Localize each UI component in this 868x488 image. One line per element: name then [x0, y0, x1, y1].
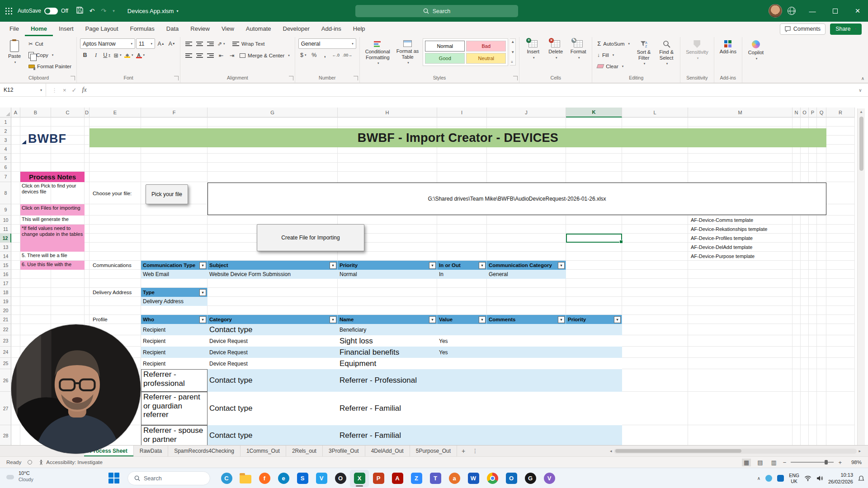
- table-cell[interactable]: In: [437, 270, 487, 279]
- select-all-corner[interactable]: [0, 108, 11, 117]
- table-cell[interactable]: Referrer - professional: [141, 369, 208, 392]
- column-header-K[interactable]: K: [566, 108, 622, 117]
- sheet-tab-1comms-out[interactable]: 1Comms_Out: [241, 446, 286, 456]
- font-family-select[interactable]: Aptos Narrow: [80, 38, 135, 49]
- taskbar-icon-github[interactable]: G: [521, 470, 540, 487]
- taskbar-icon-firefox[interactable]: f: [255, 470, 274, 487]
- taskbar-icon-edge[interactable]: e: [274, 470, 293, 487]
- style-chip-neutral[interactable]: Neutral: [466, 53, 506, 64]
- table-cell[interactable]: Contact type: [208, 369, 338, 392]
- fill-color-button[interactable]: ◆: [123, 50, 134, 60]
- table-cell[interactable]: Normal: [338, 270, 437, 279]
- globe-icon[interactable]: [788, 7, 796, 15]
- delete-cells-button[interactable]: × Delete: [545, 38, 566, 60]
- table-cell[interactable]: Website Device Form Submission: [208, 270, 338, 279]
- onedrive-icon[interactable]: [777, 475, 784, 482]
- row-header-8[interactable]: 8: [0, 182, 11, 204]
- table-cell[interactable]: [566, 324, 622, 335]
- sheet-tab-spamrecords4checking[interactable]: SpamRecords4Checking: [168, 446, 241, 456]
- table-cell[interactable]: [487, 392, 566, 425]
- table-cell[interactable]: Yes: [437, 335, 487, 347]
- borders-button[interactable]: ⊞: [113, 50, 123, 60]
- row-header-20[interactable]: 20: [0, 306, 11, 315]
- table-cell[interactable]: [487, 347, 566, 358]
- row-header-17[interactable]: 17: [0, 279, 11, 288]
- table-cell[interactable]: Web Email: [141, 270, 208, 279]
- row-header-14[interactable]: 14: [0, 252, 11, 261]
- align-center-icon[interactable]: [194, 51, 204, 61]
- search-box[interactable]: Search: [355, 5, 518, 17]
- column-header-G[interactable]: G: [208, 108, 338, 117]
- currency-format-button[interactable]: $: [298, 50, 308, 60]
- vertical-scrollbar[interactable]: ▲: [857, 108, 865, 445]
- taskbar-icon-visual-studio[interactable]: V: [540, 470, 559, 487]
- tab-view[interactable]: View: [216, 22, 240, 36]
- scroll-right-icon[interactable]: ▸: [859, 449, 861, 453]
- vertical-scrollbar-thumb[interactable]: [859, 117, 863, 171]
- percent-format-button[interactable]: %: [309, 50, 319, 60]
- taskbar-icon-file-explorer[interactable]: [236, 470, 255, 487]
- number-dialog-launcher[interactable]: [354, 76, 358, 80]
- addins-button[interactable]: Add-ins: [717, 38, 739, 55]
- taskbar-icon-excel[interactable]: X: [350, 470, 369, 487]
- row-header-16[interactable]: 16: [0, 270, 11, 279]
- scroll-up-icon[interactable]: ▲: [859, 108, 863, 116]
- taskbar-icon-audacity[interactable]: a: [445, 470, 464, 487]
- column-header-A[interactable]: A: [11, 108, 20, 117]
- sheet-tab-rawdata[interactable]: RawData: [134, 446, 168, 456]
- sheet-tab-4deladd-out[interactable]: 4DelAdd_Out: [365, 446, 410, 456]
- formula-input[interactable]: [92, 84, 853, 96]
- table-cell[interactable]: [566, 347, 622, 358]
- column-header-H[interactable]: H: [338, 108, 437, 117]
- styles-dialog-launcher[interactable]: [513, 76, 518, 80]
- tab-data[interactable]: Data: [160, 22, 184, 36]
- row-header-2[interactable]: 2: [0, 127, 11, 136]
- orientation-button[interactable]: ⇗: [216, 39, 226, 49]
- table-cell[interactable]: Contact type: [208, 324, 338, 335]
- filter-button[interactable]: ▾: [330, 262, 336, 269]
- column-header-F[interactable]: F: [141, 108, 208, 117]
- table-cell[interactable]: Referrer - Familial: [338, 425, 437, 446]
- tab-insert[interactable]: Insert: [53, 22, 80, 36]
- insert-cells-button[interactable]: + Insert: [523, 38, 543, 60]
- sheet-tab-3profile-out[interactable]: 3Profile_Out: [323, 446, 365, 456]
- taskbar-icon-zoom[interactable]: Z: [407, 470, 426, 487]
- zoom-level[interactable]: 98%: [846, 460, 862, 465]
- tray-app-icon[interactable]: [765, 475, 772, 482]
- volume-icon[interactable]: [816, 475, 823, 481]
- sheet-tab-2rels-out[interactable]: 2Rels_out: [286, 446, 323, 456]
- close-button[interactable]: ×: [847, 0, 868, 22]
- bold-button[interactable]: B: [80, 50, 90, 60]
- horizontal-scrollbar[interactable]: ◂ ▸: [608, 446, 868, 456]
- profile-avatar[interactable]: [769, 4, 782, 18]
- align-left-icon[interactable]: [184, 51, 193, 61]
- language-indicator[interactable]: ENGUK: [789, 473, 799, 484]
- column-header-I[interactable]: I: [437, 108, 487, 117]
- taskbar-icon-microsoft-store[interactable]: S: [293, 470, 312, 487]
- table-cell[interactable]: Recipient: [141, 324, 208, 335]
- selected-cell-K12[interactable]: [566, 234, 622, 243]
- column-header-L[interactable]: L: [622, 108, 688, 117]
- comma-format-button[interactable]: ,: [320, 50, 330, 60]
- column-header-Q[interactable]: Q: [817, 108, 826, 117]
- normal-view-button[interactable]: ▦: [742, 459, 751, 466]
- table-cell[interactable]: Delivery Address: [141, 297, 208, 306]
- table-cell[interactable]: Recipient: [141, 358, 208, 369]
- taskbar-icon-chrome[interactable]: [483, 470, 502, 487]
- gallery-more-icon[interactable]: ≡: [511, 60, 514, 64]
- name-box-dropdown-icon[interactable]: ▾: [40, 88, 42, 92]
- row-header-9[interactable]: 9: [0, 204, 11, 216]
- table-cell[interactable]: Device Request: [208, 358, 338, 369]
- taskbar-search[interactable]: Search: [127, 471, 210, 485]
- row-header-11[interactable]: 11: [0, 225, 11, 234]
- row-header-25[interactable]: 25: [0, 358, 11, 369]
- filter-button[interactable]: ▾: [330, 316, 336, 323]
- align-top-icon[interactable]: [184, 39, 193, 49]
- row-header-13[interactable]: 13: [0, 243, 11, 252]
- share-button[interactable]: Share: [830, 23, 862, 35]
- table-cell[interactable]: Referrer - Professional: [338, 369, 437, 392]
- column-header-N[interactable]: N: [793, 108, 801, 117]
- taskbar-icon-obs-studio[interactable]: O: [331, 470, 350, 487]
- zoom-slider[interactable]: [791, 462, 834, 463]
- row-header-26[interactable]: 26: [0, 369, 11, 392]
